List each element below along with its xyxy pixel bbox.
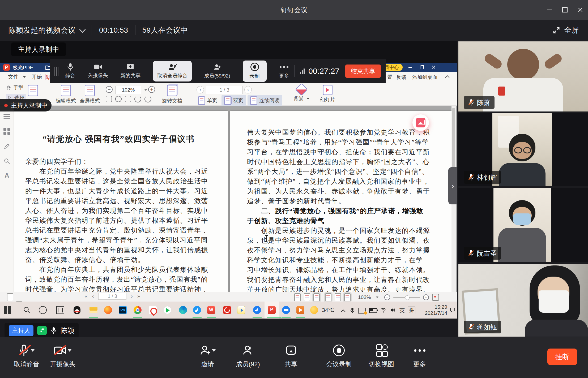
prev-page-button[interactable]: ‹: [92, 293, 94, 299]
wifi-icon[interactable]: [380, 307, 387, 313]
cast-screen-icon[interactable]: [358, 308, 366, 313]
members-button[interactable]: 成员(59/92): [204, 63, 230, 79]
text-tool-icon[interactable]: A: [3, 172, 10, 179]
more-button[interactable]: 更多: [279, 63, 289, 79]
tab-file[interactable]: 文件: [8, 72, 26, 82]
tray-mic-icon[interactable]: [350, 307, 355, 314]
battery-icon[interactable]: [369, 308, 377, 313]
prev-view-icon[interactable]: [7, 293, 13, 301]
prev-page-button[interactable]: ‹: [197, 86, 204, 93]
share-button[interactable]: 共享: [285, 343, 297, 368]
zoom-out-button[interactable]: −: [106, 86, 113, 93]
pdf-restore-button[interactable]: [416, 63, 427, 72]
camera-off-button[interactable]: 关摄像头: [88, 63, 108, 79]
temperature[interactable]: 34℃: [322, 307, 334, 313]
image-to-pdf-float-button[interactable]: [412, 114, 429, 131]
menu-add-to-desktop[interactable]: 添加到桌面: [412, 74, 437, 81]
next-page-button[interactable]: ›: [131, 293, 133, 299]
single-page-view-icon[interactable]: [335, 293, 341, 301]
cortana-icon[interactable]: [39, 306, 47, 314]
meeting-camera-app-icon[interactable]: [282, 306, 290, 314]
start-button[interactable]: [4, 306, 12, 314]
outline-panel-icon[interactable]: [3, 113, 10, 119]
chrome-icon[interactable]: [134, 306, 142, 314]
menu-feedback[interactable]: 反馈: [396, 74, 406, 81]
hangup-button[interactable]: 挂断: [547, 349, 577, 365]
participant-video-1[interactable]: 陈萧: [458, 41, 588, 111]
meeting-title[interactable]: 陈颖发起的视频会议: [8, 25, 75, 35]
background-button[interactable]: 背景: [293, 85, 309, 102]
fit-page-icon[interactable]: [115, 96, 122, 102]
zoom-slider-knob[interactable]: [405, 295, 410, 300]
jiguang-pdf-icon[interactable]: P: [268, 306, 276, 314]
continuous-read-button[interactable]: 连续阅读: [248, 95, 282, 106]
annotate-icon[interactable]: [3, 143, 10, 150]
fit-page-icon[interactable]: [304, 293, 310, 301]
members-button[interactable]: 成员(92): [236, 343, 260, 368]
clock[interactable]: 15:29 2021/7/14: [419, 304, 447, 316]
zoom-in-button[interactable]: +: [148, 86, 155, 93]
double-page-view-icon[interactable]: [344, 293, 351, 301]
search-icon[interactable]: [3, 158, 10, 165]
sidebar-collapse-handle[interactable]: ›: [448, 167, 457, 204]
notification-icon[interactable]: [449, 307, 456, 313]
screenshot-tool-icon[interactable]: [237, 306, 245, 314]
edit-mode-button[interactable]: 编辑模式: [56, 85, 76, 104]
participant-video-2[interactable]: 林钊辉: [458, 113, 588, 186]
meeting-record-button[interactable]: 会议录制: [326, 343, 352, 368]
actual-size-icon[interactable]: [106, 96, 112, 102]
caret-down-icon[interactable]: [31, 349, 35, 352]
scrollbar-thumb[interactable]: [452, 108, 455, 169]
caret-down-icon[interactable]: [68, 349, 71, 352]
chevron-down-icon[interactable]: [79, 26, 86, 33]
blue-bird-app-icon[interactable]: [193, 306, 201, 314]
red-loop-app-icon[interactable]: [149, 306, 157, 314]
edge-icon[interactable]: [179, 306, 187, 314]
photoshop-icon[interactable]: Ps: [119, 306, 127, 314]
single-page-button[interactable]: 单页: [195, 95, 220, 106]
status-page-box[interactable]: 1 / 3: [98, 293, 126, 300]
tray-expand-icon[interactable]: [341, 310, 346, 314]
switch-view-button[interactable]: 切换视图: [369, 343, 394, 368]
drag-handle-icon[interactable]: [54, 67, 58, 76]
maximize-button[interactable]: [557, 0, 573, 20]
orange-video-app-icon[interactable]: [296, 306, 304, 314]
status-zoom-value[interactable]: 102%: [358, 294, 371, 300]
camera-on-button[interactable]: 开摄像头: [50, 343, 75, 368]
file-explorer-icon[interactable]: [90, 306, 97, 314]
zoom-dropdown-caret[interactable]: [144, 89, 148, 91]
tab-home[interactable]: 开始: [31, 74, 42, 81]
participant-video-3[interactable]: 阮吉圣: [458, 188, 588, 262]
unmute-all-button[interactable]: 取消全员静音: [153, 61, 192, 81]
more-button[interactable]: 更多: [413, 343, 426, 368]
rotate-right-icon[interactable]: [144, 96, 151, 102]
wps-icon[interactable]: W: [207, 306, 215, 314]
rotate-left-icon[interactable]: [134, 96, 141, 102]
language-indicator[interactable]: 英: [399, 307, 405, 314]
read-mode-button[interactable]: [28, 85, 38, 96]
speaker-icon[interactable]: [389, 307, 396, 313]
fit-width-icon[interactable]: [125, 96, 131, 102]
collapse-ribbon-icon[interactable]: [445, 75, 450, 80]
task-view-icon[interactable]: [56, 306, 64, 314]
pdf-document-canvas[interactable]: “请党放心 强国有我”致四实学子倡议书 亲爱的四实学子们： 在党的百年华诞之际，…: [14, 106, 457, 292]
participant-video-4[interactable]: 蒋如钰: [458, 264, 588, 337]
double-page-button[interactable]: 双页: [221, 95, 246, 106]
fullscreen-mode-button[interactable]: 全屏模式: [80, 85, 100, 104]
zoom-in-button[interactable]: +: [423, 294, 429, 300]
netease-music-icon[interactable]: [223, 306, 231, 314]
rotate-doc-button[interactable]: 旋转文档: [162, 85, 182, 104]
slideshow-button[interactable]: 幻灯片: [320, 85, 335, 103]
tab-read-partial[interactable]: 阅: [45, 74, 50, 81]
last-page-button[interactable]: »: [137, 293, 140, 299]
firefox-icon[interactable]: [104, 306, 112, 314]
pdf-minimize-button[interactable]: [405, 63, 415, 72]
qq-icon[interactable]: [74, 306, 82, 314]
record-button[interactable]: 录制: [243, 61, 267, 82]
close-button[interactable]: [573, 0, 588, 20]
weather-sun-icon[interactable]: [310, 306, 318, 314]
end-share-button[interactable]: 结束共享: [345, 65, 381, 78]
zoom-caret-icon[interactable]: [376, 297, 378, 298]
menu-settings-partial[interactable]: 置: [387, 74, 392, 81]
zoom-value-box[interactable]: 102%: [115, 86, 141, 94]
